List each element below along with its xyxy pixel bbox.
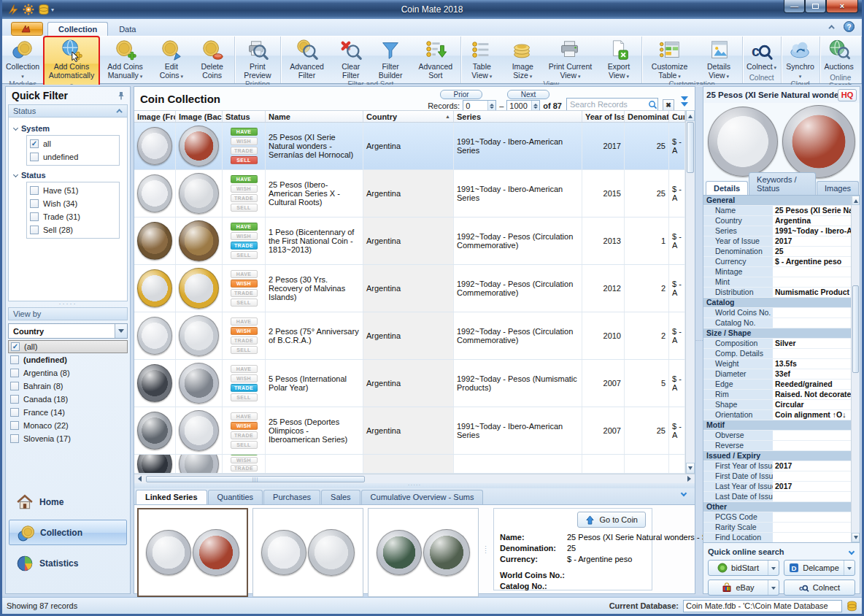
details-row-reverse[interactable]: Reverse	[703, 441, 851, 451]
details-row-rim[interactable]: RimRaised. Not decorated	[703, 390, 851, 400]
colnect-button[interactable]: cColnect ▾	[744, 37, 780, 74]
details-row-pcgs-code[interactable]: PCGS Code	[703, 512, 851, 523]
column-header-status[interactable]: Status	[223, 111, 266, 122]
details-row-currency[interactable]: Currency$ - Argentine peso	[703, 257, 851, 267]
country-item-bahrain-8[interactable]: Bahrain (8)	[8, 380, 128, 393]
details-view-button[interactable]: Details View ▾	[696, 37, 741, 80]
details-row-mint[interactable]: Mint	[703, 277, 851, 288]
table-view-button[interactable]: Table View ▾	[462, 37, 502, 80]
column-header-country[interactable]: Country▲	[363, 111, 454, 122]
tab-images[interactable]: Images	[817, 181, 859, 195]
tab-cumulative-overview-sums[interactable]: Cumulative Overview - Sums	[361, 490, 484, 504]
country-item-canada-18[interactable]: Canada (18)	[8, 393, 128, 406]
next-button[interactable]: Next	[507, 90, 549, 99]
sidebar-splitter[interactable]: ·····	[6, 301, 130, 307]
checkbox-icon[interactable]	[10, 408, 19, 417]
help-icon[interactable]: ?	[844, 21, 855, 32]
tab-quantities[interactable]: Quantities	[208, 490, 263, 504]
details-row-first-date-of-issue[interactable]: First Date of Issue	[703, 471, 851, 482]
table-row[interactable]: HAVEWISHTRADESELL25 Pesos (Deportes Olim…	[134, 407, 685, 455]
panel-splitter[interactable]: ····	[695, 86, 703, 594]
details-row-mintage[interactable]: Mintage	[703, 267, 851, 277]
filter-item-have-51[interactable]: Have (51)	[30, 184, 116, 197]
tab-data[interactable]: Data	[108, 22, 147, 36]
scroll-left-icon[interactable]	[134, 474, 144, 483]
scroll-down-icon[interactable]	[686, 463, 695, 474]
add-coins-manually-button[interactable]: Add Coins Manually ▾	[99, 37, 153, 89]
details-row-rarity-scale[interactable]: Rarity Scale	[703, 523, 851, 533]
pin-icon[interactable]	[117, 91, 126, 100]
tab-collection[interactable]: Collection	[47, 22, 108, 36]
scrollbar-thumb[interactable]	[852, 285, 859, 373]
details-row-find-location[interactable]: Find Location	[703, 533, 851, 543]
table-row[interactable]: HAVEWISHTRADESELL	[134, 455, 685, 474]
details-row-comp-details[interactable]: Comp. Details	[703, 349, 851, 359]
scroll-up-icon[interactable]	[686, 110, 695, 121]
details-row-year-of-issue[interactable]: Year of Issue2017	[703, 236, 851, 247]
filter-item-wish-34[interactable]: Wish (34)	[30, 197, 116, 210]
details-row-name[interactable]: Name25 Pesos (XI Serie Natu	[703, 206, 851, 216]
details-row-series[interactable]: Series1991~Today - Ibero-Ar	[703, 226, 851, 236]
scrollbar-thumb[interactable]: |||	[146, 476, 365, 482]
scroll-right-icon[interactable]	[684, 474, 695, 483]
details-row-edge[interactable]: EdgeReeded/grained	[703, 380, 851, 390]
dropdown-arrow-icon[interactable]	[844, 561, 855, 575]
details-row-denomination[interactable]: Denomination25	[703, 247, 851, 257]
tab-sales[interactable]: Sales	[321, 490, 360, 504]
details-row-country[interactable]: CountryArgentina	[703, 216, 851, 226]
details-row-orientation[interactable]: OrientationCoin alignment ↑O↓	[703, 410, 851, 420]
country-item-argentina-8[interactable]: Argentina (8)	[8, 366, 128, 380]
minimize-button[interactable]: —	[784, 0, 805, 13]
linked-coin-thumbnail[interactable]	[368, 508, 479, 597]
application-button[interactable]	[11, 22, 43, 36]
sidebar-item-collection[interactable]: Collection	[9, 520, 127, 545]
vertical-scrollbar[interactable]	[685, 110, 695, 474]
status-panel-header[interactable]: Status	[8, 104, 128, 118]
filter-item-trade-31[interactable]: Trade (31)	[30, 210, 116, 223]
checkbox-icon[interactable]	[30, 153, 39, 161]
tree-group-status[interactable]: Status	[12, 169, 124, 181]
tab-linked-series[interactable]: Linked Series	[136, 490, 207, 504]
checkbox-icon[interactable]	[10, 434, 19, 443]
prior-button[interactable]: Prior	[440, 90, 482, 99]
checkbox-icon[interactable]	[30, 186, 39, 195]
checkbox-icon[interactable]	[11, 342, 20, 351]
details-scrollbar[interactable]	[851, 196, 860, 542]
checkbox-icon[interactable]	[30, 199, 39, 208]
dropdown-arrow-icon[interactable]	[768, 580, 779, 595]
auctions-button[interactable]: Auctions	[821, 37, 857, 74]
tab-keywords-status[interactable]: Keywords / Status	[749, 172, 816, 195]
details-row-obverse[interactable]: Obverse	[703, 431, 851, 441]
scroll-up-icon[interactable]	[852, 196, 860, 205]
clear-search-icon[interactable]: ✖	[663, 99, 674, 111]
table-row[interactable]: HAVEWISHTRADESELL2 Pesos (75° Anniversar…	[134, 312, 685, 360]
checkbox-icon[interactable]	[10, 395, 19, 404]
collection-button[interactable]: Collection ▾	[3, 37, 42, 80]
details-row-catalog-no[interactable]: Catalog No.	[703, 318, 851, 328]
close-button[interactable]: ×	[826, 0, 858, 13]
details-row-diameter[interactable]: Diameter33ef	[703, 369, 851, 380]
spinner-icon[interactable]	[487, 101, 495, 111]
table-row[interactable]: HAVEWISHTRADESELL1 Peso (Bicentennary of…	[134, 217, 685, 265]
scrollbar-thumb[interactable]	[687, 122, 694, 173]
details-row-first-year-of-issue[interactable]: First Year of Issue2017	[703, 461, 851, 471]
add-coins-automatically-button[interactable]: Add Coins Automatically ▾	[45, 37, 99, 89]
synchro-button[interactable]: Synchro ▾	[782, 37, 819, 80]
customize-table-button[interactable]: Customize Table ▾	[643, 37, 697, 80]
checkbox-icon[interactable]	[10, 369, 19, 377]
details-row-composition[interactable]: CompositionSilver	[703, 339, 851, 349]
maximize-button[interactable]	[805, 0, 826, 13]
linked-coin-thumbnail[interactable]	[252, 508, 363, 597]
edit-coins-button[interactable]: Edit Coins ▾	[152, 37, 190, 89]
country-item-all[interactable]: (all)	[8, 340, 128, 353]
checkbox-icon[interactable]	[30, 226, 39, 234]
column-header-curr[interactable]: Curr	[669, 111, 685, 122]
database-icon[interactable]	[846, 601, 857, 612]
dropdown-arrow-icon[interactable]	[768, 561, 779, 575]
column-header-image-back[interactable]: Image (Back)	[176, 111, 223, 122]
table-row[interactable]: HAVEWISHTRADESELL25 Pesos (XI Serie Natu…	[134, 123, 685, 170]
checkbox-icon[interactable]	[30, 212, 39, 221]
tree-group-system[interactable]: System	[12, 122, 124, 134]
details-row-shape[interactable]: ShapeCircular	[703, 400, 851, 410]
checkbox-icon[interactable]	[10, 382, 19, 390]
